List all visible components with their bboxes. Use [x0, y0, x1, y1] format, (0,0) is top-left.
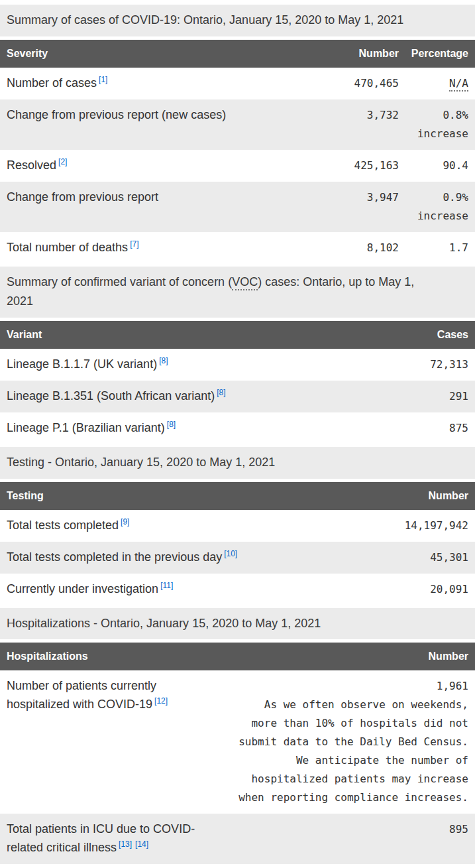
na-abbreviation[interactable]: N/A — [449, 77, 468, 92]
row-label: Change from previous report — [7, 190, 158, 204]
ref-sup: [11] — [160, 581, 173, 590]
ref-sup: [13] — [119, 839, 132, 849]
table-row: Lineage B.1.1.7 (UK variant)[8] 72,313 — [0, 349, 475, 381]
caption-text: Summary of confirmed variant of concern … — [7, 275, 232, 288]
ref-link[interactable]: [12] — [154, 696, 168, 706]
section-caption-hospitalizations: Hospitalizations - Ontario, January 15, … — [0, 608, 475, 640]
row-number-cell: 470,465 — [326, 68, 399, 99]
row-number-cell: 8,102 — [326, 232, 399, 264]
ref-sup: [12] — [154, 696, 168, 706]
cases-header-row: Severity Number Percentage — [0, 40, 475, 68]
row-percentage-cell: 90.4 — [399, 150, 475, 182]
ref-sup: [14] — [135, 839, 148, 849]
column-header-severity: Severity — [0, 40, 326, 68]
row-label: Lineage B.1.1.7 (UK variant) — [7, 357, 157, 371]
table-row: Lineage B.1.351 (South African variant)[… — [0, 381, 475, 412]
row-label: Lineage P.1 (Brazilian variant) — [7, 421, 165, 434]
row-label: Resolved — [7, 158, 56, 172]
table-row: Lineage P.1 (Brazilian variant)[8] 875 — [0, 412, 475, 444]
row-label-cell: Total tests completed[9] — [0, 510, 376, 542]
voc-abbreviation[interactable]: VOC — [232, 275, 258, 290]
table-row: Change from previous report (new cases) … — [0, 99, 475, 150]
cases-table: Severity Number Percentage Number of cas… — [0, 40, 475, 264]
row-label-cell: Resolved[2] — [0, 150, 326, 182]
ref-sup: [10] — [224, 549, 237, 558]
ref-link[interactable]: [9] — [121, 517, 129, 527]
hospitalizations-header-row: Hospitalizations Number — [0, 643, 475, 670]
ref-sup: [2] — [58, 157, 67, 166]
row-label-cell: Currently under investigation[11] — [0, 574, 376, 605]
variants-header-row: Variant Cases — [0, 321, 475, 349]
ref-sup: [8] — [167, 420, 176, 429]
row-number: 1,961 — [219, 677, 468, 696]
row-number-cell: 425,163 — [326, 150, 399, 182]
row-number-cell: 1,961 As we often observe on weekends, m… — [212, 670, 475, 814]
row-label-cell: Total number of deaths[7] — [0, 232, 326, 264]
hospitalizations-table: Hospitalizations Number Number of patien… — [0, 643, 475, 868]
row-label-cell: Number of cases[1] — [0, 68, 326, 99]
ref-link[interactable]: [11] — [160, 581, 173, 590]
ref-link[interactable]: [8] — [167, 420, 176, 429]
ref-link[interactable]: [1] — [99, 75, 107, 84]
row-percentage-cell: 1.7 — [399, 232, 475, 264]
table-row: Number of patients currently hospitalize… — [0, 670, 475, 814]
row-label: Total tests completed — [7, 519, 119, 532]
row-label-cell: Change from previous report — [0, 182, 326, 232]
row-number-cell: 72,313 — [396, 349, 475, 381]
table-row: Total patients in ICU due to COVID-relat… — [0, 814, 475, 864]
row-number-cell: 291 — [396, 381, 475, 412]
row-label: Total patients in ICU due to COVID-relat… — [7, 822, 195, 854]
column-header-cases: Cases — [396, 321, 475, 349]
row-label-cell: Total patients in ICU on a ventilator du… — [0, 864, 212, 868]
section-caption-testing: Testing - Ontario, January 15, 2020 to M… — [0, 447, 475, 479]
row-label-cell: Change from previous report (new cases) — [0, 99, 326, 150]
table-row: Resolved[2] 425,163 90.4 — [0, 150, 475, 182]
table-row: Total number of deaths[7] 8,102 1.7 — [0, 232, 475, 264]
row-number-cell: 14,197,942 — [376, 510, 475, 542]
column-header-testing: Testing — [0, 482, 376, 510]
ref-link[interactable]: [2] — [58, 157, 67, 166]
ref-link[interactable]: [14] — [135, 839, 148, 849]
table-row: Number of cases[1] 470,465 N/A — [0, 68, 475, 99]
table-row: Currently under investigation[11] 20,091 — [0, 574, 475, 605]
row-label-cell: Lineage P.1 (Brazilian variant)[8] — [0, 412, 396, 444]
ref-sup: [8] — [217, 388, 225, 397]
section-caption-variants: Summary of confirmed variant of concern … — [0, 267, 475, 318]
ref-link[interactable]: [13] — [119, 839, 132, 849]
column-header-number: Number — [326, 40, 399, 68]
ref-sup: [9] — [121, 517, 129, 527]
column-header-hospitalizations: Hospitalizations — [0, 643, 212, 670]
row-percentage-cell: N/A — [399, 68, 475, 99]
table-row: Total patients in ICU on a ventilator du… — [0, 864, 475, 868]
row-number-cell: 45,301 — [376, 542, 475, 574]
testing-table: Testing Number Total tests completed[9] … — [0, 482, 475, 605]
column-header-variant: Variant — [0, 321, 396, 349]
section-caption-cases: Summary of cases of COVID-19: Ontario, J… — [0, 5, 475, 36]
row-percentage-cell: 0.8% increase — [399, 99, 475, 150]
testing-header-row: Testing Number — [0, 482, 475, 510]
variants-table: Variant Cases Lineage B.1.1.7 (UK varian… — [0, 321, 475, 444]
column-header-percentage: Percentage — [399, 40, 475, 68]
row-label: Number of cases — [7, 76, 97, 90]
reporting-compliance-note: As we often observe on weekends, more th… — [237, 696, 468, 807]
row-number-cell: 875 — [396, 412, 475, 444]
row-label-cell: Total patients in ICU due to COVID-relat… — [0, 814, 212, 864]
column-header-number: Number — [376, 482, 475, 510]
ref-sup: [8] — [159, 356, 168, 365]
row-number-cell: 895 — [212, 814, 475, 864]
row-number-cell: 20,091 — [376, 574, 475, 605]
column-header-number: Number — [212, 643, 475, 670]
ref-link[interactable]: [8] — [159, 356, 168, 365]
row-label: Total number of deaths — [7, 241, 128, 254]
table-row: Total tests completed in the previous da… — [0, 542, 475, 574]
row-label: Number of patients currently hospitalize… — [7, 679, 156, 711]
row-label: Change from previous report (new cases) — [7, 108, 226, 121]
ref-sup: [1] — [99, 75, 107, 84]
row-label: Total tests completed in the previous da… — [7, 550, 222, 564]
row-number-cell: 615 — [212, 864, 475, 868]
ref-link[interactable]: [8] — [217, 388, 225, 397]
row-number-cell: 3,732 — [326, 99, 399, 150]
ref-link[interactable]: [7] — [130, 239, 138, 249]
ref-link[interactable]: [10] — [224, 549, 237, 558]
row-label-cell: Total tests completed in the previous da… — [0, 542, 376, 574]
